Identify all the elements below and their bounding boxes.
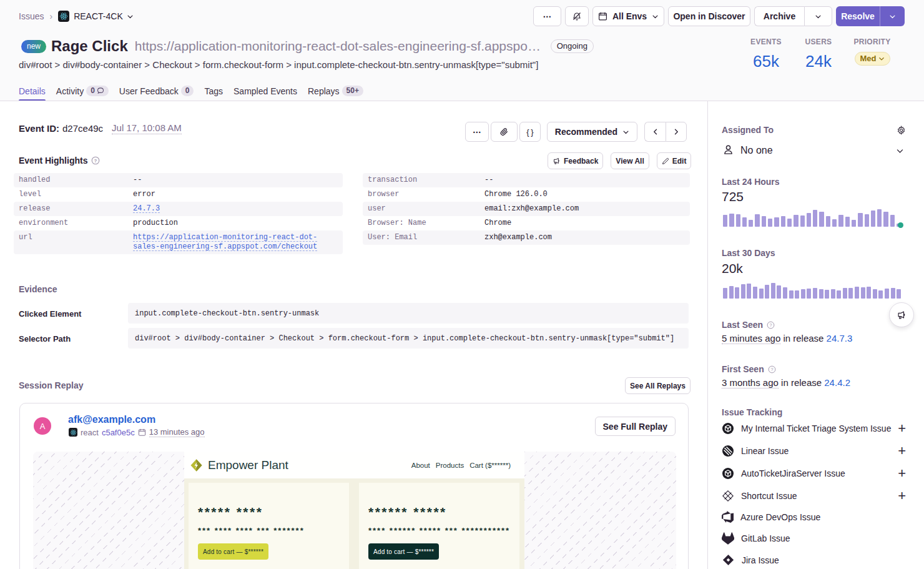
svg-text:?: ?	[770, 366, 773, 372]
svg-text:?: ?	[770, 322, 772, 327]
svg-text:?: ?	[94, 158, 97, 164]
